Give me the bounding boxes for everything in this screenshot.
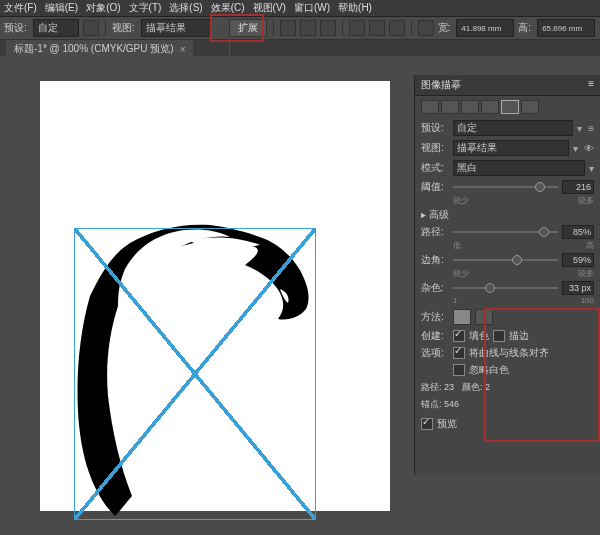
image-trace-panel: 图像描摹 ≡ 预设: 自定 ▾ ≡ 视图: 描摹结果 ▾ 👁 模式: 黑白 ▾ bbox=[414, 75, 600, 475]
close-icon[interactable]: × bbox=[180, 44, 186, 55]
panel-mode-dropdown[interactable]: 黑白 bbox=[453, 160, 585, 176]
menu-bar: 文件(F) 编辑(E) 对象(O) 文字(T) 选择(S) 效果(C) 视图(V… bbox=[0, 0, 600, 17]
view-label: 视图: bbox=[112, 21, 135, 35]
noise-value[interactable]: 33 px bbox=[562, 281, 594, 295]
fills-cb-label: 填色 bbox=[469, 329, 489, 343]
align-icon-6[interactable] bbox=[389, 20, 405, 36]
noise-min-label: 1 bbox=[453, 296, 457, 305]
menu-select[interactable]: 选择(S) bbox=[169, 1, 202, 15]
menu-edit[interactable]: 编辑(E) bbox=[45, 1, 78, 15]
height-field[interactable]: 65.696 mm bbox=[537, 19, 595, 37]
preset-icon-row bbox=[421, 100, 594, 114]
noise-slider[interactable] bbox=[453, 287, 558, 289]
strokes-cb-label: 描边 bbox=[509, 329, 529, 343]
panel-preset-dropdown[interactable]: 自定 bbox=[453, 120, 573, 136]
method-overlapping-button[interactable] bbox=[475, 309, 493, 325]
preset-bw-icon[interactable] bbox=[501, 100, 519, 114]
transform-icon[interactable] bbox=[418, 20, 434, 36]
paths-stat-value: 23 bbox=[444, 382, 454, 392]
options-label: 选项: bbox=[421, 346, 449, 360]
fills-checkbox[interactable] bbox=[453, 330, 465, 342]
threshold-max-label: 较多 bbox=[578, 195, 594, 204]
preset-gray-icon[interactable] bbox=[481, 100, 499, 114]
preview-checkbox[interactable] bbox=[421, 418, 433, 430]
align-icon-1[interactable] bbox=[280, 20, 296, 36]
preset-lowcolor-icon[interactable] bbox=[461, 100, 479, 114]
anchors-stat-value: 546 bbox=[444, 399, 459, 409]
preset-auto-icon[interactable] bbox=[421, 100, 439, 114]
menu-window[interactable]: 窗口(W) bbox=[294, 1, 330, 15]
ignore-white-label: 忽略白色 bbox=[469, 363, 509, 377]
strokes-checkbox[interactable] bbox=[493, 330, 505, 342]
width-label: 宽: bbox=[438, 21, 451, 35]
width-field[interactable]: 41.898 mm bbox=[456, 19, 514, 37]
view-dropdown[interactable]: 描摹结果 bbox=[141, 19, 211, 37]
align-icon-4[interactable] bbox=[349, 20, 365, 36]
align-icon-5[interactable] bbox=[369, 20, 385, 36]
ignore-white-checkbox[interactable] bbox=[453, 364, 465, 376]
colors-stat-label: 颜色: bbox=[462, 382, 483, 392]
eagle-artwork[interactable] bbox=[70, 221, 320, 521]
method-abutting-button[interactable] bbox=[453, 309, 471, 325]
panel-view-label: 视图: bbox=[421, 141, 449, 155]
align-icon-3[interactable] bbox=[320, 20, 336, 36]
corners-slider[interactable] bbox=[453, 259, 558, 261]
threshold-slider[interactable] bbox=[453, 186, 558, 188]
document-title: 标题-1* @ 100% (CMYK/GPU 预览) bbox=[14, 42, 174, 56]
noise-label: 杂色: bbox=[421, 281, 449, 295]
paths-stat-label: 路径: bbox=[421, 382, 442, 392]
panel-mode-label: 模式: bbox=[421, 161, 449, 175]
corners-max-label: 较多 bbox=[578, 268, 594, 277]
preset-label: 预设: bbox=[4, 21, 27, 35]
method-label: 方法: bbox=[421, 310, 449, 324]
chevron-down-icon[interactable]: ▾ bbox=[573, 143, 578, 154]
align-icon-2[interactable] bbox=[300, 20, 316, 36]
panel-title-bar[interactable]: 图像描摹 ≡ bbox=[415, 75, 600, 96]
panel-title: 图像描摹 bbox=[421, 78, 461, 92]
height-label: 高: bbox=[518, 21, 531, 35]
preset-highcolor-icon[interactable] bbox=[441, 100, 459, 114]
menu-view[interactable]: 视图(V) bbox=[253, 1, 286, 15]
preview-label: 预览 bbox=[437, 417, 457, 431]
corners-label: 边角: bbox=[421, 253, 449, 267]
chevron-down-icon[interactable]: ▾ bbox=[577, 123, 582, 134]
paths-slider[interactable] bbox=[453, 231, 558, 233]
panel-view-dropdown[interactable]: 描摹结果 bbox=[453, 140, 569, 156]
separator bbox=[273, 20, 274, 36]
threshold-label: 阈值: bbox=[421, 180, 449, 194]
chevron-down-icon[interactable]: ▾ bbox=[589, 163, 594, 174]
create-label: 创建: bbox=[421, 329, 449, 343]
paths-max-label: 高 bbox=[586, 240, 594, 249]
preset-outline-icon[interactable] bbox=[521, 100, 539, 114]
options-bar: 预设: 自定 视图: 描摹结果 扩展 宽: 41.898 mm 高: 65.69… bbox=[0, 17, 600, 40]
menu-effect[interactable]: 效果(C) bbox=[211, 1, 245, 15]
snap-curves-checkbox[interactable] bbox=[453, 347, 465, 359]
menu-help[interactable]: 帮助(H) bbox=[338, 1, 372, 15]
corners-min-label: 较少 bbox=[453, 268, 469, 277]
panel-menu-icon[interactable]: ≡ bbox=[588, 78, 594, 92]
preset-dropdown[interactable]: 自定 bbox=[33, 19, 79, 37]
noise-max-label: 100 bbox=[581, 296, 594, 305]
menu-object[interactable]: 对象(O) bbox=[86, 1, 120, 15]
paths-min-label: 低 bbox=[453, 240, 461, 249]
corners-value[interactable]: 59% bbox=[562, 253, 594, 267]
advanced-toggle[interactable]: ▸ 高级 bbox=[421, 208, 594, 222]
menu-file[interactable]: 文件(F) bbox=[4, 1, 37, 15]
preset-menu-icon[interactable]: ≡ bbox=[588, 123, 594, 134]
threshold-min-label: 较少 bbox=[453, 195, 469, 204]
colors-stat-value: 2 bbox=[485, 382, 490, 392]
separator bbox=[105, 20, 106, 36]
anchors-stat-label: 锚点: bbox=[421, 399, 442, 409]
eye-icon[interactable]: 👁 bbox=[584, 143, 594, 154]
preset-menu-icon[interactable] bbox=[83, 20, 99, 36]
menu-type[interactable]: 文字(T) bbox=[129, 1, 162, 15]
separator bbox=[342, 20, 343, 36]
panel-preset-label: 预设: bbox=[421, 121, 449, 135]
paths-value[interactable]: 85% bbox=[562, 225, 594, 239]
paths-label: 路径: bbox=[421, 225, 449, 239]
expand-button[interactable]: 扩展 bbox=[229, 19, 267, 37]
snap-curves-label: 将曲线与线条对齐 bbox=[469, 346, 549, 360]
separator bbox=[411, 20, 412, 36]
threshold-value[interactable]: 216 bbox=[562, 180, 594, 194]
